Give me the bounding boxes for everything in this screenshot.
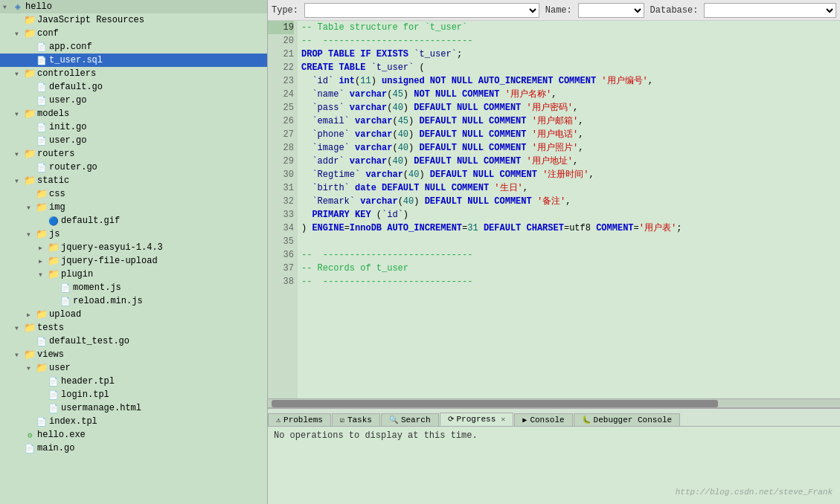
tree-item-static[interactable]: 📁static [0,174,267,187]
code-line-25[interactable]: `pass` varchar(40) DEFAULT NULL COMMENT … [301,101,840,114]
tree-item-tests[interactable]: 📁tests [0,321,267,335]
code-line-23[interactable]: `id` int(11) unsigned NOT NULL AUTO_INCR… [301,74,840,88]
tree-item-conf[interactable]: 📁conf [0,27,267,40]
tree-item-router.go[interactable]: 📄router.go [0,161,267,174]
expand-icon [39,258,46,265]
tab-tasks[interactable]: ☑Tasks [332,413,380,426]
line-number-36: 36 [268,248,294,262]
code-line-19[interactable]: -- Table structure for `t_user` [301,21,840,34]
expand-icon [15,30,22,37]
tree-item-img[interactable]: 📁img [0,201,267,214]
tree-item-views[interactable]: 📁views [0,348,267,361]
tab-debugger-console[interactable]: 🐛Debugger Console [574,413,681,426]
expand-icon [27,311,34,318]
tree-item-user.go2[interactable]: 📄user.go [0,134,267,147]
tree-item-css[interactable]: 📁css [0,187,267,201]
tree-label: views [37,349,64,360]
code-line-34[interactable]: ) ENGINE=InnoDB AUTO_INCREMENT=31 DEFAUL… [301,222,840,235]
tree-item-reload.min.js[interactable]: 📄reload.min.js [0,294,267,308]
tree-item-default.gif[interactable]: 🔵default.gif [0,214,267,227]
tree-item-init.go[interactable]: 📄init.go [0,120,267,134]
code-line-24[interactable]: `name` varchar(45) NOT NULL COMMENT '用户名… [301,88,840,101]
tree-item-models[interactable]: 📁models [0,107,267,120]
database-select[interactable] [704,3,836,18]
tab-icon-search: 🔍 [389,416,398,424]
expand-icon [27,365,34,372]
tree-label: moment.js [73,282,121,293]
tree-item-hello[interactable]: ◈hello [0,0,267,13]
tab-progress[interactable]: ⟳Progress✕ [440,413,514,426]
code-line-27[interactable]: `phone` varchar(40) DEFAULT NULL COMMENT… [301,128,840,141]
tree-item-default_test.go[interactable]: 📄default_test.go [0,335,267,348]
tab-problems[interactable]: ⚠Problems [268,413,331,426]
tab-close-progress[interactable]: ✕ [501,415,505,424]
tab-icon-debugger-console: 🐛 [582,416,591,424]
file-conf-icon: 📄 [36,41,48,53]
tree-label: reload.min.js [73,296,143,306]
tree-item-app.conf[interactable]: 📄app.conf [0,40,267,54]
code-line-36[interactable]: -- ---------------------------- [301,248,840,262]
folder-icon: 📁 [24,108,36,120]
tree-item-default.go[interactable]: 📄default.go [0,80,267,94]
scroll-thumb[interactable] [272,400,718,407]
name-select[interactable] [578,3,644,18]
tab-icon-console: ▶ [522,416,527,424]
line-number-34: 34 [268,222,294,235]
code-line-29[interactable]: `addr` varchar(40) DEFAULT NULL COMMENT … [301,155,840,168]
tree-item-t_user.sql[interactable]: 📄t_user.sql [0,54,267,67]
code-line-20[interactable]: -- ---------------------------- [301,34,840,48]
tree-item-upload[interactable]: 📁upload [0,308,267,321]
tree-item-user.go[interactable]: 📄user.go [0,94,267,107]
tree-label: jquery-easyui-1.4.3 [61,242,163,253]
line-number-25: 25 [268,101,294,114]
code-line-35[interactable] [301,235,840,248]
code-line-38[interactable]: -- ---------------------------- [301,275,840,288]
tree-item-js[interactable]: 📁js [0,227,267,241]
file-go-icon: 📄 [36,81,48,93]
code-editor[interactable]: 1920212223242526272829303132333435363738… [268,21,840,398]
tree-item-hello.exe[interactable]: ⚙hello.exe [0,428,267,442]
bottom-tabs: ⚠Problems☑Tasks🔍Search⟳Progress✕▶Console… [268,409,840,427]
tree-item-jquery-easyui[interactable]: 📁jquery-easyui-1.4.3 [0,241,267,254]
code-line-28[interactable]: `image` varchar(40) DEFAULT NULL COMMENT… [301,141,840,155]
tree-item-index.tpl[interactable]: 📄index.tpl [0,415,267,428]
expand-icon [15,151,22,158]
code-line-33[interactable]: PRIMARY KEY (`id`) [301,208,840,222]
line-number-26: 26 [268,114,294,128]
line-number-37: 37 [268,262,294,275]
code-line-22[interactable]: CREATE TABLE `t_user` ( [301,61,840,74]
tree-label: user.go [49,95,86,106]
folder-icon: 📁 [36,188,48,200]
expand-icon [39,245,46,251]
tree-item-plugin[interactable]: 📁plugin [0,268,267,281]
code-line-31[interactable]: `birth` date DEFAULT NULL COMMENT '生日', [301,181,840,195]
tree-item-moment.js[interactable]: 📄moment.js [0,281,267,294]
tab-icon-progress: ⟳ [448,415,454,424]
code-line-37[interactable]: -- Records of t_user [301,262,840,275]
code-line-32[interactable]: `Remark` varchar(40) DEFAULT NULL COMMEN… [301,195,840,208]
tree-item-jquery-file-upload[interactable]: 📁jquery-file-upload [0,254,267,268]
tree-item-login.tpl[interactable]: 📄login.tpl [0,388,267,401]
tree-item-user[interactable]: 📁user [0,361,267,375]
tree-label: default.go [49,82,103,92]
tree-label: main.go [37,443,74,453]
code-line-30[interactable]: `Regtime` varchar(40) DEFAULT NULL COMME… [301,168,840,181]
expand-icon [15,445,22,452]
tree-item-controllers[interactable]: 📁controllers [0,67,267,80]
tree-item-routers[interactable]: 📁routers [0,147,267,161]
tab-search[interactable]: 🔍Search [381,413,439,426]
code-line-21[interactable]: DROP TABLE IF EXISTS `t_user`; [301,48,840,61]
tree-item-main.go[interactable]: 📄main.go [0,442,267,455]
tree-item-header.tpl[interactable]: 📄header.tpl [0,375,267,388]
expand-icon [27,138,34,144]
tab-console[interactable]: ▶Console [514,413,572,426]
type-select[interactable] [304,3,539,18]
code-line-26[interactable]: `email` varchar(45) DEFAULT NULL COMMENT… [301,114,840,128]
tree-item-usermanage.html[interactable]: 📄usermanage.html [0,401,267,415]
horizontal-scrollbar[interactable] [268,398,840,407]
code-content[interactable]: -- Table structure for `t_user`-- ------… [298,21,840,398]
line-number-22: 22 [268,61,294,74]
tree-item-js-resources[interactable]: 📁JavaScript Resources [0,13,267,27]
file-js-icon: 📄 [60,282,71,294]
expand-icon [39,405,46,412]
